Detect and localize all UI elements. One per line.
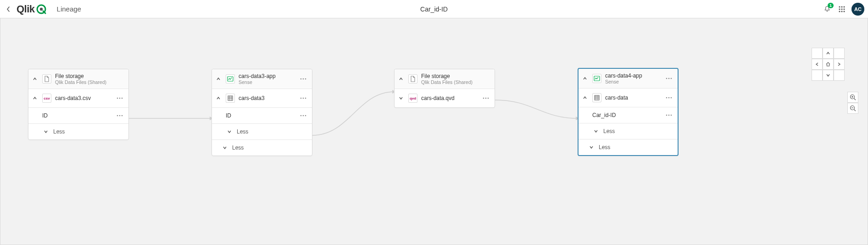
svg-point-15: [119, 98, 121, 99]
user-avatar[interactable]: AC: [851, 3, 864, 16]
more-icon[interactable]: [299, 115, 307, 117]
node-header[interactable]: File storage Qlik Data Files (Shared): [28, 69, 128, 89]
node-less-row-outer[interactable]: Less: [579, 139, 678, 155]
lineage-node-app-1[interactable]: cars-data3-app Sense cars-data3 ID Less …: [211, 69, 312, 156]
svg-point-4: [843, 6, 845, 7]
pan-down-button[interactable]: [823, 70, 834, 81]
more-icon[interactable]: [665, 78, 673, 79]
svg-point-14: [117, 98, 118, 99]
pan-right-button[interactable]: [834, 59, 845, 70]
node-subtitle: Qlik Data Files (Shared): [421, 79, 490, 85]
more-icon[interactable]: [299, 97, 307, 99]
collapse-icon[interactable]: [215, 96, 222, 100]
node-less-row[interactable]: Less: [212, 124, 312, 140]
zoom-out-button[interactable]: [847, 103, 858, 114]
svg-point-35: [666, 78, 668, 79]
zoom-in-button[interactable]: [847, 92, 858, 103]
node-subtitle: Sense: [239, 79, 295, 85]
app-icon: [226, 74, 235, 84]
node-child-row[interactable]: qvd cars-data.qvd: [395, 89, 495, 107]
svg-point-29: [303, 115, 304, 117]
node-field-row[interactable]: ID: [28, 108, 128, 124]
svg-point-43: [668, 115, 670, 116]
field-label: ID: [226, 112, 295, 119]
app-header: Qlik Lineage Car_id-ID 1 AC: [0, 0, 868, 18]
svg-point-16: [122, 98, 123, 99]
svg-point-18: [119, 115, 121, 117]
svg-point-6: [841, 8, 842, 10]
lineage-edges: [0, 18, 868, 245]
node-subtitle: Qlik Data Files (Shared): [55, 79, 124, 85]
page-title: Lineage: [57, 5, 81, 13]
pan-home-button[interactable]: [823, 59, 834, 70]
svg-point-22: [303, 78, 304, 80]
lineage-canvas[interactable]: File storage Qlik Data Files (Shared) cs…: [0, 18, 868, 245]
node-titles: File storage Qlik Data Files (Shared): [421, 73, 490, 85]
node-child-row[interactable]: cars-data3: [212, 89, 312, 108]
svg-point-41: [671, 97, 672, 99]
more-icon[interactable]: [116, 97, 124, 99]
node-header[interactable]: File storage Qlik Data Files (Shared): [395, 69, 495, 89]
node-child-row[interactable]: csv cars-data3.csv: [28, 89, 128, 108]
node-titles: cars-data4-app Sense: [605, 72, 661, 84]
lineage-node-file-storage-1[interactable]: File storage Qlik Data Files (Shared) cs…: [28, 69, 129, 140]
more-icon[interactable]: [116, 115, 124, 117]
less-label: Less: [603, 128, 615, 134]
field-label: ID: [42, 112, 112, 119]
svg-point-44: [671, 115, 672, 116]
header-center-title: Car_id-ID: [420, 6, 448, 13]
collapse-icon[interactable]: [31, 96, 39, 100]
app-launcher-button[interactable]: [837, 4, 847, 14]
expand-icon[interactable]: [397, 96, 405, 100]
node-child-row[interactable]: cars-data: [579, 89, 678, 107]
node-header[interactable]: cars-data3-app Sense: [212, 69, 312, 89]
lineage-node-file-storage-2[interactable]: File storage Qlik Data Files (Shared) qv…: [394, 69, 495, 108]
more-icon[interactable]: [665, 114, 673, 116]
chevron-down-icon: [588, 145, 595, 150]
app-icon: [592, 74, 601, 83]
svg-point-30: [305, 115, 306, 117]
less-label: Less: [232, 145, 244, 151]
svg-point-28: [300, 115, 302, 117]
svg-point-39: [666, 97, 668, 99]
svg-point-36: [668, 78, 670, 79]
collapse-icon[interactable]: [397, 77, 405, 81]
svg-point-33: [488, 98, 489, 99]
svg-point-7: [843, 8, 845, 10]
notification-badge: 1: [828, 3, 834, 8]
file-icon: [42, 74, 51, 84]
svg-point-1: [39, 7, 42, 10]
chevron-down-icon: [42, 129, 50, 134]
node-field-row[interactable]: Car_id-ID: [579, 107, 678, 123]
more-icon[interactable]: [482, 97, 490, 99]
node-less-row[interactable]: Less: [28, 124, 128, 139]
collapse-icon[interactable]: [215, 77, 222, 81]
svg-point-23: [305, 78, 306, 80]
node-less-row[interactable]: Less: [579, 123, 678, 139]
svg-point-9: [841, 11, 842, 12]
header-left: Qlik Lineage: [4, 3, 81, 15]
qlik-logo: Qlik: [17, 3, 47, 15]
child-label: cars-data3.csv: [55, 95, 112, 101]
zoom-controls: [847, 92, 858, 114]
collapse-icon[interactable]: [31, 77, 39, 81]
node-subtitle: Sense: [605, 79, 661, 84]
logo-q-icon: [36, 4, 47, 15]
svg-point-8: [839, 11, 840, 12]
collapse-icon[interactable]: [581, 76, 589, 81]
more-icon[interactable]: [299, 78, 307, 80]
node-less-row-outer[interactable]: Less: [212, 140, 312, 156]
child-label: cars-data3: [239, 95, 295, 101]
back-button[interactable]: [4, 5, 13, 14]
node-title: cars-data4-app: [605, 72, 661, 79]
notifications-button[interactable]: 1: [822, 4, 832, 14]
node-header[interactable]: cars-data4-app Sense: [579, 69, 678, 89]
pan-up-button[interactable]: [823, 48, 834, 59]
table-icon: [226, 94, 235, 103]
collapse-icon[interactable]: [581, 95, 589, 100]
csv-icon: csv: [42, 94, 51, 103]
lineage-node-app-2[interactable]: cars-data4-app Sense cars-data Car_id-ID…: [578, 68, 679, 156]
node-field-row[interactable]: ID: [212, 108, 312, 124]
pan-left-button[interactable]: [812, 59, 823, 70]
more-icon[interactable]: [665, 97, 673, 99]
